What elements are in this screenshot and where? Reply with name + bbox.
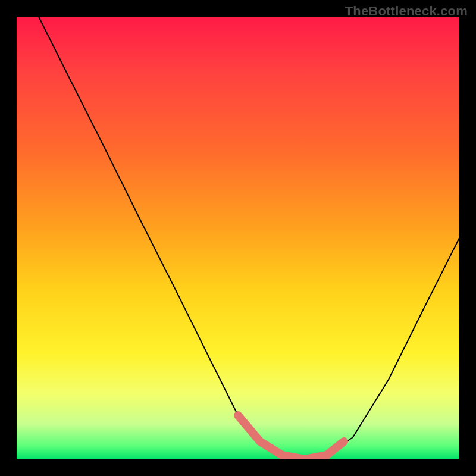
chart-frame: TheBottleneck.com [0,0,476,476]
attribution-text: TheBottleneck.com [345,4,468,19]
bottleneck-curve [39,17,459,459]
plot-area [17,17,459,459]
curve-overlay [17,17,459,459]
valley-highlight [238,415,344,459]
